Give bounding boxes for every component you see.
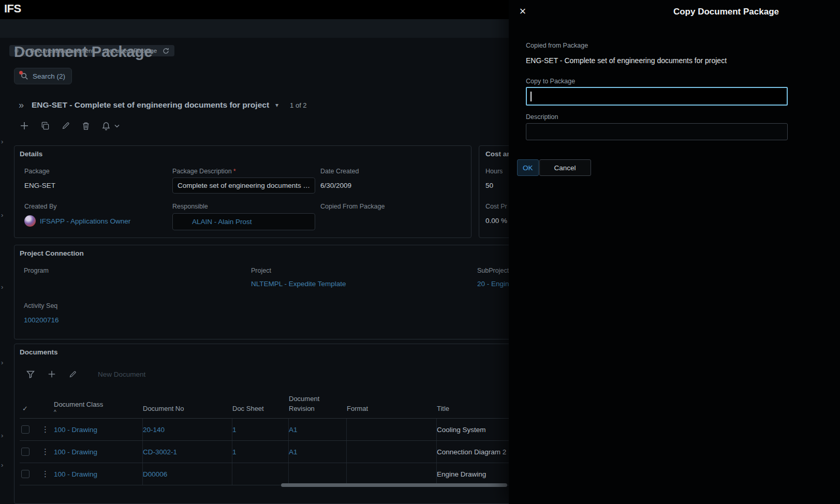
panel-expander-icon[interactable]: ›	[1, 359, 3, 366]
created-by-label: Created By	[24, 203, 57, 210]
details-panel-header: Details	[20, 150, 42, 158]
created-by-avatar	[24, 215, 36, 227]
panel-expander-icon[interactable]: ›	[1, 211, 3, 219]
document-no-link[interactable]: CD-3002-1	[143, 448, 177, 456]
row-menu-icon[interactable]: ⋮	[35, 441, 54, 463]
record-selector[interactable]: » ENG-SET - Complete set of engineering …	[19, 99, 307, 111]
column-doc-sheet[interactable]: Doc Sheet	[232, 390, 289, 418]
date-created-label: Date Created	[320, 168, 359, 175]
responsible-input[interactable]: ALAIN - Alain Prost	[172, 213, 315, 230]
record-title: ENG-SET - Complete set of engineering do…	[32, 100, 269, 110]
page-title: Document Package	[14, 43, 153, 61]
hours-label: Hours	[485, 168, 503, 175]
panel-expander-icon[interactable]: ›	[1, 461, 3, 469]
record-toolbar	[20, 121, 120, 130]
record-count: 1 of 2	[290, 101, 307, 109]
description-label: Description	[526, 113, 558, 121]
duplicate-button[interactable]	[41, 122, 50, 130]
search-button[interactable]: Search (2)	[14, 68, 72, 84]
cost-panel-header: Cost an	[485, 150, 511, 158]
package-description-input[interactable]: Complete set of engineering documents fo…	[172, 177, 315, 194]
row-menu-column	[35, 390, 54, 418]
search-icon	[21, 72, 28, 80]
column-document-revision[interactable]: Document Revision	[289, 390, 347, 418]
document-no-link[interactable]: 20-140	[143, 426, 165, 434]
copy-to-package-input[interactable]	[526, 87, 788, 106]
document-no-link[interactable]: D00006	[143, 470, 167, 478]
activity-seq-link[interactable]: 100200716	[24, 316, 59, 324]
chevron-down-icon[interactable]: ▾	[275, 101, 278, 109]
documents-toolbar: New Document	[26, 370, 145, 378]
document-class-link[interactable]: 100 - Drawing	[54, 448, 97, 456]
project-connection-header: Project Connection	[20, 249, 84, 257]
panel-expander-icon[interactable]: ›	[1, 283, 3, 291]
project-link[interactable]: NLTEMPL - Expedite Template	[251, 280, 346, 288]
responsible-avatar	[178, 217, 188, 227]
row-menu-icon[interactable]: ⋮	[35, 419, 54, 440]
required-asterisk: *	[233, 168, 236, 175]
documents-panel-header: Documents	[20, 348, 58, 356]
close-icon[interactable]: ×	[515, 4, 530, 19]
responsible-link[interactable]: ALAIN - Alain Prost	[192, 218, 252, 226]
created-by-link[interactable]: IFSAPP - Applications Owner	[40, 217, 130, 225]
delete-button[interactable]	[82, 122, 90, 130]
package-value: ENG-SET	[24, 182, 55, 189]
doc-sheet-link[interactable]: 1	[232, 426, 237, 434]
document-class-link[interactable]: 100 - Drawing	[54, 426, 97, 434]
date-created-value: 6/30/2009	[320, 182, 351, 189]
doc-sheet-link[interactable]: 1	[232, 448, 237, 456]
column-format[interactable]: Format	[347, 390, 437, 418]
description-input[interactable]	[526, 123, 788, 140]
cost-price-label: Cost Pr	[485, 203, 507, 210]
panel-expander-icon[interactable]: ›	[1, 432, 3, 439]
panel-expander-icon[interactable]: ›	[1, 138, 3, 145]
subproject-label: SubProject	[477, 267, 509, 274]
filter-icon[interactable]	[26, 370, 35, 378]
title-cell: Connection Diagram 2	[437, 448, 506, 456]
edit-button[interactable]	[62, 122, 70, 130]
add-document-button[interactable]	[48, 370, 56, 378]
title-cell: Engine Drawing	[437, 470, 486, 478]
dialog-buttons: OK Cancel	[517, 159, 591, 176]
row-checkbox[interactable]	[21, 425, 30, 434]
more-actions-chevron-button[interactable]	[114, 124, 120, 128]
copied-from-package-label: Copied from Package	[526, 42, 588, 49]
ok-button[interactable]: OK	[517, 159, 539, 176]
select-all-check[interactable]: ✓	[20, 390, 35, 418]
record-expander-icon[interactable]: »	[19, 100, 24, 110]
add-button[interactable]	[20, 121, 29, 130]
text-caret	[530, 92, 532, 101]
column-document-no[interactable]: Document No	[143, 390, 232, 418]
notifications-bell-button[interactable]	[102, 122, 110, 130]
activity-seq-label: Activity Seq	[24, 302, 57, 309]
responsible-label: Responsible	[172, 203, 208, 210]
search-button-label: Search (2)	[33, 72, 65, 80]
package-label: Package	[24, 168, 50, 175]
horizontal-scrollbar-thumb[interactable]	[281, 483, 507, 487]
ifs-logo[interactable]: IFS	[4, 2, 21, 16]
copied-from-package-label: Copied From Package	[320, 203, 385, 210]
copy-to-package-label: Copy to Package	[526, 78, 575, 85]
dialog-title: Copy Document Package	[673, 7, 779, 17]
subproject-link[interactable]: 20 - Engin	[477, 280, 509, 288]
title-cell: Cooling System	[437, 426, 486, 434]
copy-document-package-dialog: × Copy Document Package Copied from Pack…	[509, 0, 840, 504]
hours-value: 50	[485, 182, 493, 189]
row-checkbox[interactable]	[21, 448, 30, 456]
document-revision-link[interactable]: A1	[289, 426, 298, 434]
copied-from-package-value: ENG-SET - Complete set of engineering do…	[526, 56, 727, 65]
document-revision-link[interactable]: A1	[289, 448, 298, 456]
package-description-label: Package Description*	[172, 168, 236, 175]
row-menu-icon[interactable]: ⋮	[35, 463, 54, 485]
column-document-class[interactable]: Document Class ^	[54, 390, 143, 418]
notification-dot-icon	[19, 71, 23, 75]
created-by-field: IFSAPP - Applications Owner	[24, 215, 130, 227]
refresh-icon[interactable]	[163, 48, 169, 54]
row-checkbox[interactable]	[21, 470, 30, 478]
document-class-link[interactable]: 100 - Drawing	[54, 470, 97, 478]
edit-document-button[interactable]	[69, 370, 77, 378]
cost-price-value: 0.00 %	[485, 217, 507, 225]
project-label: Project	[251, 267, 271, 274]
cancel-button[interactable]: Cancel	[539, 159, 591, 176]
new-document-button[interactable]: New Document	[98, 370, 145, 378]
